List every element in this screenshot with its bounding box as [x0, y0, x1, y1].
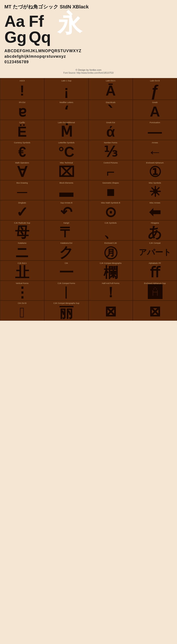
char-cell: Misc Math Symbols B⊙ [88, 200, 133, 220]
char-label: Half And Full Forms [102, 282, 119, 284]
char-ff: Ff [29, 13, 51, 29]
char-glyph: Ё [18, 125, 27, 139]
char-label: Box Drawing [16, 182, 28, 184]
char-cell: Kangri〒 [44, 220, 88, 240]
char-cell: Greek Extά [88, 120, 133, 140]
char-label: Misc Technical [60, 162, 73, 164]
char-glyph: °C [58, 145, 74, 159]
char-glyph: ▬ [59, 185, 74, 199]
source: Font Source: http://www.fontke.com/font/… [4, 72, 172, 74]
alphabet-section: ABCDEFGHIJKLMNOPQRSTUVWXYZ abcdefghijklm… [4, 48, 172, 65]
char-label: Diacriticals [106, 101, 116, 104]
char-glyph: 、 [104, 225, 118, 239]
font-title: MT たづがね角ゴシック StdN XBlack [4, 4, 172, 10]
char-glyph: ■ [106, 185, 115, 199]
char-label: CJK Ext A [18, 262, 27, 264]
char-glyph: 欄 [104, 266, 118, 280]
char-cell: Currency Symbols€ [0, 140, 44, 160]
char-label: Enclosed CJK [104, 242, 117, 244]
char-label: CIK Ext B [18, 302, 26, 304]
char-cell: Enclosed Alphanum Sup🅰 [133, 281, 177, 301]
kanji-char: 永 [58, 11, 82, 36]
char-glyph: ☀ [149, 185, 161, 199]
char-label: CJK Symbols [105, 222, 116, 224]
char-cell: Katakanaニ [0, 240, 44, 260]
char-cell: ⊠ [88, 300, 133, 321]
char-cell: Latin 1 Sup¡ [44, 78, 88, 100]
alphabet-upper: ABCDEFGHIJKLMNOPQRSTUVWXYZ [4, 48, 172, 54]
char-cell: Letterlike Symbols°C [44, 140, 88, 160]
char-label: Enclosed Alphanum [146, 162, 164, 164]
char-glyph: アパート [139, 245, 171, 260]
char-label: Sup Arrows B [60, 202, 72, 204]
char-glyph: 🅰 [148, 285, 162, 300]
char-glyph: ⬅ [149, 205, 161, 219]
char-cell: Hiraganaあ [133, 220, 177, 240]
char-glyph: ニ [15, 245, 30, 260]
char-cell: Vertical Forms⋮ [0, 281, 44, 301]
char-glyph: ─ [17, 185, 27, 199]
char-label: Alphabetic PF [149, 262, 161, 264]
char-cell: CJK Symbols、 [88, 220, 133, 240]
char-glyph: ク [59, 245, 74, 260]
char-label: Geometric Shapes [102, 182, 119, 184]
char-glyph: — [148, 125, 162, 139]
digits: 0123456789 [4, 59, 172, 65]
char-label: Currency Symbols [14, 142, 30, 144]
char-glyph: ! [20, 83, 24, 99]
char-cell: Control Pictures⌐ [88, 160, 133, 180]
char-label: Arrows [152, 142, 158, 144]
credit: © Design by fontke.com [4, 68, 172, 71]
character-grid: ASCII!Latin 1 Sup¡Latin Ext AĀLatin Ext … [0, 78, 177, 321]
char-qq: Qq [29, 29, 51, 45]
char-label: Control Pictures [104, 162, 118, 164]
char-label: Enclosed Alphanum Sup [144, 282, 166, 284]
char-glyph: Ā [106, 83, 116, 99]
char-glyph: ⊙ [105, 205, 116, 219]
char-cell: Katakana Extク [44, 240, 88, 260]
char-label: Vertical Forms [16, 282, 28, 284]
char-glyph: ⌧ [58, 165, 74, 179]
char-cell: Dingbats✓ [0, 200, 44, 220]
char-glyph: ⺟ [15, 225, 29, 239]
char-glyph: ① [149, 165, 161, 179]
char-glyph: ƒ [150, 83, 159, 99]
char-cell: Arrows← [133, 140, 177, 160]
char-glyph: Ṁ [60, 125, 72, 139]
char-glyph: 丽 [59, 306, 74, 320]
char-glyph: ↶ [60, 205, 72, 219]
char-glyph: Α [150, 104, 160, 119]
char-label: Misc Math Symbols B [101, 202, 120, 204]
char-cell: Latin Ext AdditionalṀ [44, 120, 88, 140]
char-label: Latin Ext B [150, 80, 160, 82]
char-cell: Sup Arrows B↶ [44, 200, 88, 220]
char-glyph: ⊠ [149, 303, 161, 320]
char-cell: Punctuation— [133, 120, 177, 140]
char-cell: Block Elements▬ [44, 180, 88, 200]
char-label: CJK Radicals Sup [14, 222, 30, 224]
char-label: CJK Compat Ideographs Sup [53, 302, 79, 304]
char-cell: Geometric Shapes■ [88, 180, 133, 200]
char-label: Hiragana [151, 222, 159, 224]
char-glyph: ¡ [64, 83, 68, 99]
char-cell: Misc Technical⌧ [44, 160, 88, 180]
char-label: Block Elements [60, 182, 73, 184]
char-cell: Half And Full Forms！ [88, 281, 133, 301]
char-label: Letterlike Symbols [58, 142, 74, 144]
char-glyph: ⅓ [104, 145, 118, 159]
char-cell: Misc Arrows⬅ [133, 200, 177, 220]
char-label: Greek Ext [106, 122, 115, 124]
char-glyph: ✓ [16, 205, 28, 219]
char-cell: ⊠ [133, 300, 177, 321]
char-label: Misc Arrows [150, 202, 160, 204]
char-label: Punctuation [150, 122, 160, 124]
char-label: Latin Ext A [106, 80, 115, 82]
char-glyph: 一 [59, 266, 74, 280]
char-glyph: ﬀ [150, 266, 160, 280]
char-cell: CJK Compat Forms︱ [44, 281, 88, 301]
char-cell: Enclosed Alphanum① [133, 160, 177, 180]
char-label: Dingbats [18, 202, 26, 204]
char-cell: IPA Extɐ [0, 100, 44, 120]
char-glyph: ！ [104, 285, 118, 300]
char-glyph: ɐ [18, 104, 26, 119]
